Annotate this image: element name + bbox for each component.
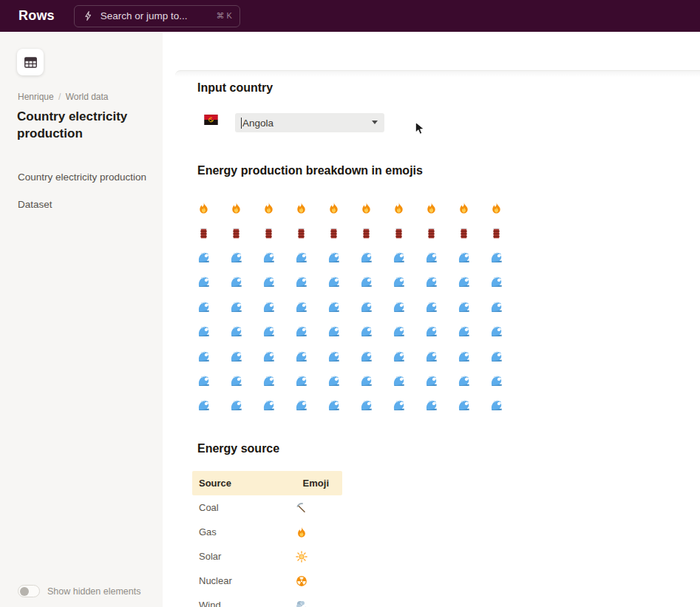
- water-wave-icon: [262, 399, 275, 412]
- emoji-cell: [360, 375, 393, 387]
- emoji-cell: [458, 399, 490, 412]
- fire-icon: [230, 202, 242, 214]
- source-cell: Nuclear: [192, 575, 268, 586]
- fire-icon: [490, 202, 503, 214]
- sidebar-item-country-electricity-production[interactable]: Country electricity production: [18, 170, 163, 185]
- emoji-cell: [458, 276, 490, 288]
- emoji-cell: [360, 276, 393, 288]
- oil-barrel-icon: [295, 227, 307, 240]
- emoji-cell: [490, 399, 523, 412]
- emoji-cell: [230, 251, 262, 264]
- emoji-cell: [490, 375, 523, 387]
- water-wave-icon: [197, 276, 210, 288]
- emoji-cell: [458, 227, 490, 240]
- water-wave-icon: [490, 375, 503, 387]
- water-wave-icon: [230, 301, 242, 313]
- emoji-cell: [295, 350, 327, 363]
- emoji-cell: [197, 375, 230, 387]
- table-row: Nuclear: [192, 569, 342, 593]
- water-wave-icon: [360, 276, 373, 288]
- spreadsheet-button[interactable]: [17, 49, 44, 75]
- sidebar-item-dataset[interactable]: Dataset: [18, 197, 163, 212]
- water-wave-icon: [230, 251, 242, 264]
- water-wave-icon: [490, 251, 503, 264]
- oil-barrel-icon: [393, 227, 405, 240]
- emoji-cell: [295, 325, 327, 338]
- rows-logo[interactable]: Rows: [18, 8, 55, 24]
- breadcrumb-folder[interactable]: World data: [66, 92, 109, 102]
- breadcrumb[interactable]: Henrique / World data: [18, 92, 109, 102]
- emoji-cell: [458, 251, 490, 264]
- water-wave-icon: [393, 350, 405, 363]
- water-wave-icon: [490, 325, 503, 338]
- emoji-cell: [393, 325, 425, 338]
- water-wave-icon: [230, 325, 242, 338]
- emoji-cell: [295, 399, 327, 412]
- water-wave-icon: [262, 251, 275, 264]
- emoji-cell: [425, 375, 458, 387]
- toggle-knob: [20, 587, 29, 596]
- water-wave-icon: [295, 350, 307, 363]
- chevron-down-icon[interactable]: [372, 121, 378, 124]
- water-wave-icon: [262, 350, 275, 363]
- oil-barrel-icon: [425, 227, 438, 240]
- emoji-cell: [262, 399, 295, 412]
- water-wave-icon: [230, 276, 242, 288]
- water-wave-icon: [262, 375, 275, 387]
- water-wave-icon: [458, 350, 470, 363]
- water-wave-icon: [393, 399, 405, 412]
- water-wave-icon: [197, 350, 210, 363]
- emoji-cell: [490, 202, 523, 214]
- water-wave-icon: [327, 301, 340, 313]
- water-wave-icon: [262, 276, 275, 288]
- emoji-cell: [295, 301, 327, 313]
- emoji-cell: [197, 276, 230, 288]
- country-dropdown[interactable]: Angola: [235, 113, 384, 132]
- emoji-cell: [327, 227, 360, 240]
- emoji-row: [197, 393, 523, 418]
- wind-face-icon: [296, 600, 307, 607]
- water-wave-icon: [425, 325, 438, 338]
- emoji-cell: [327, 325, 360, 338]
- emoji-cell: [197, 202, 230, 214]
- water-wave-icon: [197, 375, 210, 387]
- water-wave-icon: [360, 325, 373, 338]
- emoji-cell: [268, 502, 335, 514]
- search-input[interactable]: Search or jump to... ⌘ K: [74, 5, 240, 27]
- emoji-cell: [360, 350, 393, 363]
- table-row: Coal: [192, 495, 342, 520]
- water-wave-icon: [393, 276, 405, 288]
- emoji-cell: [490, 350, 523, 363]
- water-wave-icon: [295, 276, 307, 288]
- show-hidden-toggle[interactable]: [18, 585, 40, 597]
- emoji-cell: [327, 202, 360, 214]
- emoji-cell: [295, 276, 327, 288]
- emoji-cell: [327, 301, 360, 313]
- energy-table-body: CoalGasSolarNuclearWind: [192, 495, 342, 607]
- water-wave-icon: [490, 301, 503, 313]
- emoji-cell: [425, 350, 458, 363]
- water-wave-icon: [327, 276, 340, 288]
- emoji-cell: [268, 526, 335, 538]
- fire-icon: [458, 202, 470, 214]
- emoji-column-header: Emoji: [268, 478, 335, 489]
- table-row: Solar: [192, 544, 342, 569]
- emoji-cell: [360, 325, 393, 338]
- breadcrumb-owner[interactable]: Henrique: [18, 92, 54, 102]
- emoji-cell: [327, 350, 360, 363]
- emoji-cell: [393, 375, 425, 387]
- pick-icon: [296, 502, 307, 514]
- emoji-cell: [490, 325, 523, 338]
- emoji-cell: [230, 399, 262, 412]
- fire-icon: [296, 526, 307, 538]
- emoji-cell: [197, 325, 230, 338]
- water-wave-icon: [458, 251, 470, 264]
- emoji-cell: [268, 600, 335, 607]
- table-row: Wind: [192, 593, 342, 607]
- water-wave-icon: [327, 251, 340, 264]
- water-wave-icon: [458, 375, 470, 387]
- canvas-top-edge: [175, 70, 700, 79]
- emoji-row: [197, 245, 523, 270]
- sidebar-nav: Country electricity productionDataset: [18, 170, 163, 225]
- table-icon: [23, 55, 38, 70]
